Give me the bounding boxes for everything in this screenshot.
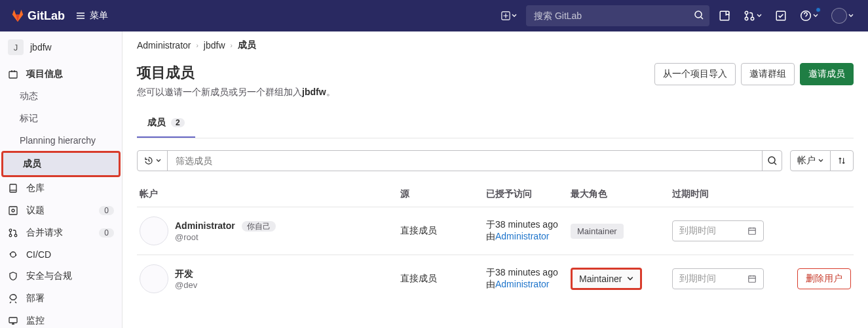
issues-icon bbox=[719, 10, 730, 22]
project-context[interactable]: J jbdfw bbox=[0, 31, 122, 63]
invite-member-button[interactable]: 邀请成员 bbox=[800, 63, 854, 85]
tabs: 成员 2 bbox=[137, 109, 854, 138]
role-select[interactable]: Maintainer bbox=[571, 268, 642, 290]
sidebar-item-label: 监控 bbox=[26, 315, 45, 327]
sidebar-item-label: 项目信息 bbox=[26, 68, 63, 80]
access-by-link[interactable]: Administrator bbox=[495, 231, 549, 241]
sidebar-item-planning[interactable]: Planning hierarchy bbox=[0, 130, 122, 151]
chevron-down-icon bbox=[627, 276, 633, 282]
svg-rect-9 bbox=[10, 184, 16, 192]
merge-icon bbox=[744, 10, 755, 22]
remove-user-button[interactable]: 删除用户 bbox=[797, 268, 851, 289]
sort-field-button[interactable]: 帐户 bbox=[790, 150, 831, 171]
sidebar-item-label: 仓库 bbox=[26, 182, 45, 194]
main-menu-button[interactable]: 菜单 bbox=[75, 10, 108, 22]
user-menu[interactable] bbox=[827, 4, 858, 28]
help-dropdown[interactable] bbox=[796, 6, 822, 26]
sidebar-item-label: 部署 bbox=[26, 293, 45, 304]
svg-point-4 bbox=[745, 17, 748, 20]
avatar bbox=[140, 216, 168, 245]
user-avatar bbox=[831, 8, 847, 24]
role-badge: Maintainer bbox=[571, 224, 624, 239]
table-header: 帐户 源 已授予访问 最大角色 过期时间 bbox=[137, 182, 854, 207]
chevron-down-icon bbox=[813, 13, 818, 18]
filter-history-button[interactable] bbox=[138, 151, 168, 171]
notification-dot bbox=[816, 7, 821, 12]
expiration-input[interactable]: 到期时间 bbox=[672, 268, 764, 289]
sidebar-item-labels[interactable]: 标记 bbox=[0, 108, 122, 130]
th-source: 源 bbox=[400, 188, 486, 200]
merge-requests-shortcut[interactable] bbox=[740, 6, 766, 26]
sidebar-item-security[interactable]: 安全与合规 bbox=[0, 265, 122, 287]
invite-group-button[interactable]: 邀请群组 bbox=[741, 63, 795, 85]
svg-rect-8 bbox=[9, 72, 17, 78]
chevron-down-icon bbox=[512, 13, 517, 18]
project-avatar: J bbox=[8, 39, 24, 55]
sidebar-item-activity[interactable]: 动态 bbox=[0, 85, 122, 108]
project-info-icon bbox=[8, 69, 18, 79]
members-table: 帐户 源 已授予访问 最大角色 过期时间 Administrator 你自己 @… bbox=[137, 182, 854, 302]
brand-text: GitLab bbox=[28, 9, 65, 23]
chevron-down-icon bbox=[757, 13, 762, 18]
chevron-down-icon bbox=[818, 158, 823, 163]
sort-direction-button[interactable] bbox=[830, 150, 854, 171]
breadcrumb: Administrator › jbdfw › 成员 bbox=[137, 39, 854, 51]
access-info: 于38 minutes ago 由Administrator bbox=[486, 219, 571, 243]
th-role: 最大角色 bbox=[571, 188, 672, 200]
search-input[interactable] bbox=[526, 5, 709, 26]
svg-point-14 bbox=[14, 234, 17, 237]
chevron-down-icon bbox=[848, 13, 854, 18]
member-source: 直接成员 bbox=[400, 225, 486, 237]
member-name-link[interactable]: Administrator bbox=[175, 220, 235, 231]
cicd-icon bbox=[8, 249, 18, 260]
sidebar-item-repository[interactable]: 仓库 bbox=[0, 177, 122, 199]
issues-icon bbox=[8, 205, 18, 216]
search-icon[interactable] bbox=[694, 10, 704, 20]
create-new-dropdown[interactable] bbox=[497, 9, 521, 23]
merge-icon bbox=[8, 228, 18, 238]
main-content: Administrator › jbdfw › 成员 项目成员 您可以邀请一个新… bbox=[123, 31, 868, 328]
todos-shortcut[interactable] bbox=[771, 6, 791, 26]
sidebar-item-project-info[interactable]: 项目信息 bbox=[0, 63, 122, 85]
table-row: 开发 @dev 直接成员 于38 minutes ago 由Administra… bbox=[137, 255, 854, 302]
filter-search-button[interactable] bbox=[762, 151, 782, 171]
expiration-input[interactable]: 到期时间 bbox=[672, 220, 764, 241]
monitor-icon bbox=[8, 316, 18, 326]
menu-label: 菜单 bbox=[90, 10, 108, 22]
gitlab-logo[interactable]: GitLab bbox=[10, 9, 65, 23]
issues-count: 0 bbox=[99, 206, 114, 215]
breadcrumb-admin[interactable]: Administrator bbox=[137, 40, 191, 51]
role-select-label: Maintainer bbox=[579, 274, 622, 284]
you-badge: 你自己 bbox=[242, 221, 276, 232]
sidebar-item-members[interactable]: 成员 bbox=[1, 151, 121, 177]
tab-label: 成员 bbox=[147, 117, 166, 129]
tab-members[interactable]: 成员 2 bbox=[137, 109, 195, 138]
svg-point-12 bbox=[9, 229, 12, 232]
sidebar-item-issues[interactable]: 议题 0 bbox=[0, 199, 122, 222]
svg-point-16 bbox=[768, 157, 775, 163]
sidebar-item-label: 议题 bbox=[26, 205, 45, 216]
sidebar-item-label: Planning hierarchy bbox=[20, 135, 96, 146]
breadcrumb-separator: › bbox=[231, 42, 233, 49]
svg-rect-2 bbox=[720, 11, 729, 20]
topbar: GitLab 菜单 bbox=[0, 0, 868, 31]
member-name-link[interactable]: 开发 bbox=[175, 268, 193, 279]
filter-input[interactable] bbox=[168, 151, 762, 171]
chevron-down-icon bbox=[156, 158, 161, 163]
page-title: 项目成员 bbox=[137, 63, 335, 83]
sidebar-item-merge-requests[interactable]: 合并请求 0 bbox=[0, 222, 122, 244]
global-search bbox=[526, 5, 709, 26]
issues-shortcut[interactable] bbox=[715, 6, 734, 26]
search-icon bbox=[767, 155, 778, 166]
sidebar-item-deploy[interactable]: 部署 bbox=[0, 287, 122, 310]
sidebar-item-monitor[interactable]: 监控 bbox=[0, 310, 122, 328]
access-by-link[interactable]: Administrator bbox=[495, 279, 549, 289]
import-button[interactable]: 从一个项目导入 bbox=[654, 63, 736, 85]
project-name: jbdfw bbox=[30, 42, 52, 52]
breadcrumb-project[interactable]: jbdfw bbox=[204, 40, 225, 51]
page-subtitle: 您可以邀请一个新成员或另一个群组加入jbdfw。 bbox=[137, 87, 335, 98]
sidebar-item-cicd[interactable]: CI/CD bbox=[0, 244, 122, 265]
sidebar-item-label: 合并请求 bbox=[26, 227, 63, 239]
sidebar-item-label: CI/CD bbox=[26, 249, 51, 260]
table-row: Administrator 你自己 @root 直接成员 于38 minutes… bbox=[137, 207, 854, 255]
